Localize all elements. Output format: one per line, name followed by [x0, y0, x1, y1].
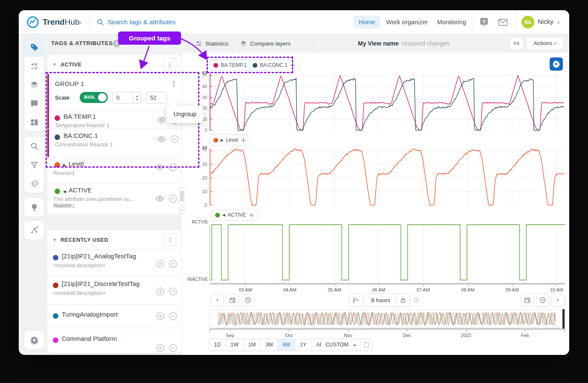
active-section-menu-button[interactable]: ⋮	[164, 58, 176, 71]
legend-chip-active[interactable]: ◀ ACTIVE	[211, 209, 258, 220]
duration-button[interactable]: 8 hours	[365, 294, 396, 306]
sidebar-item-recommendations[interactable]	[24, 198, 44, 217]
context-overview-strip[interactable]	[210, 310, 565, 328]
move-icon[interactable]	[249, 212, 254, 218]
snapshot-icon-button[interactable]	[360, 339, 372, 351]
custom-collapse-chevron-icon[interactable]: ▲	[353, 339, 360, 351]
range-button-1y[interactable]: 1Y	[295, 339, 311, 351]
scale-min-input[interactable]: 0	[112, 92, 133, 103]
visibility-eye-icon[interactable]	[157, 135, 166, 143]
custom-range-button[interactable]: CUSTOM	[321, 339, 353, 351]
sidebar-item-calculations[interactable]	[24, 57, 44, 75]
recent-row-command[interactable]: Command Platform	[47, 328, 182, 353]
recently-used-menu-button[interactable]: ⋮	[164, 233, 176, 246]
sidebar-item-filter[interactable]	[24, 155, 44, 174]
visibility-eye-icon[interactable]	[156, 194, 164, 203]
series-label: BA:TEMP.1	[221, 62, 247, 68]
panel-resize-handle[interactable]	[179, 187, 184, 205]
sidebar-item-fingerprint[interactable]	[24, 174, 44, 193]
sidebar-item-connections[interactable]	[24, 221, 44, 240]
recent-row-discrete[interactable]: [21ip]IP21_DiscreteTestTag <mocked descr…	[47, 277, 182, 304]
legend-chip-conc[interactable]: BA:CONC.1	[249, 60, 300, 71]
add-plus-icon[interactable]	[156, 343, 165, 353]
chart-style-button[interactable]	[349, 294, 363, 307]
recent-row-analog[interactable]: [21ip]IP21_AnalogTestTag <mocked descrip…	[47, 249, 182, 277]
lock-icon[interactable]	[396, 294, 409, 306]
move-icon[interactable]	[290, 63, 296, 68]
scale-stepper[interactable]: ▲▼	[133, 92, 141, 103]
statistics-button[interactable]: Statistics	[195, 37, 228, 49]
remove-minus-icon[interactable]	[168, 312, 178, 321]
remove-minus-icon[interactable]	[168, 259, 178, 269]
actions-button[interactable]: Actions ▾	[527, 37, 563, 50]
add-plus-icon[interactable]	[156, 287, 165, 296]
scale-mode-toggle[interactable]: MAN.	[80, 92, 108, 103]
ungroup-menu-item[interactable]: Ungroup	[167, 106, 203, 123]
sidebar-item-tags[interactable]	[24, 38, 44, 57]
user-menu-chevron-icon[interactable]: ▾	[557, 20, 560, 26]
range-button-3m[interactable]: 3M	[261, 339, 278, 351]
mail-icon[interactable]	[498, 17, 508, 28]
collapse-chevron-icon[interactable]: ▼	[52, 237, 57, 242]
sidebar-item-layers[interactable]	[24, 75, 44, 94]
range-button-6m[interactable]: 6M	[278, 339, 295, 351]
rail-group-recommendations	[24, 197, 44, 217]
pan-right-button[interactable]	[551, 294, 565, 307]
nav-work-organizer[interactable]: Work organizer	[381, 16, 433, 29]
hour-label: 06 AM	[372, 287, 385, 292]
move-icon[interactable]	[241, 137, 246, 143]
context-scrub-handle[interactable]	[562, 309, 565, 329]
sidebar-item-comments[interactable]	[24, 94, 44, 113]
visibility-eye-icon[interactable]	[157, 116, 166, 124]
trend-chart-temp-conc[interactable]	[210, 72, 565, 132]
nav-monitoring[interactable]: Monitoring	[432, 16, 471, 29]
y-tick-label: 0	[192, 203, 207, 208]
add-plus-icon[interactable]	[156, 312, 165, 321]
tag-row-conc[interactable]: BA:CONC.1 Concentration Reactor 1	[49, 130, 182, 156]
trend-chart-level[interactable]	[210, 147, 565, 207]
custom-range-group: CUSTOM ▲	[321, 339, 372, 351]
pan-left-button[interactable]	[210, 294, 224, 307]
remove-minus-icon[interactable]	[170, 134, 179, 144]
live-broadcast-button[interactable]	[510, 37, 523, 50]
start-time-button[interactable]	[241, 294, 254, 307]
app-switcher-chevron-icon[interactable]: ▾	[79, 20, 82, 26]
sidebar-item-dashboards[interactable]	[24, 113, 44, 131]
range-button-1m[interactable]: 1M	[244, 339, 261, 351]
legend-chip-level[interactable]: ▶ Level	[210, 134, 250, 146]
panel-collapse-button[interactable]: ✕	[179, 207, 184, 213]
remove-minus-icon[interactable]	[168, 163, 178, 172]
trendhub-logo-icon	[26, 16, 39, 29]
divider	[313, 36, 314, 51]
help-icon[interactable]: ?	[479, 17, 489, 27]
remove-minus-icon[interactable]	[168, 287, 178, 296]
trend-chart-active[interactable]	[210, 222, 565, 283]
sidebar-item-search[interactable]	[24, 137, 44, 155]
history-button[interactable]	[410, 294, 423, 307]
add-plus-icon[interactable]	[156, 259, 165, 269]
user-avatar[interactable]: NA	[522, 16, 534, 29]
nav-home[interactable]: Home	[354, 16, 380, 29]
search-input[interactable]: Search tags & attributes	[107, 18, 176, 26]
compare-layers-button[interactable]: Compare layers	[240, 37, 291, 49]
group-menu-button[interactable]: ⋮	[168, 78, 179, 89]
remove-minus-icon[interactable]	[168, 194, 178, 203]
shift-arrow-icon: ◀	[222, 213, 225, 217]
shift-arrow-icon: ◀	[63, 189, 66, 194]
tag-icon	[30, 43, 39, 52]
visibility-eye-icon[interactable]	[156, 163, 164, 171]
remove-minus-icon[interactable]	[168, 343, 178, 353]
tag-row-level[interactable]: ▶ Level Reactor1	[47, 157, 182, 183]
user-name[interactable]: Nicky	[538, 18, 553, 25]
end-time-button[interactable]	[536, 294, 549, 307]
start-calendar-button[interactable]	[226, 294, 239, 307]
collapse-chevron-icon[interactable]: ▼	[52, 62, 57, 67]
end-calendar-button[interactable]	[521, 294, 534, 307]
recent-row-turing[interactable]: TuringAnalogImport	[47, 305, 182, 328]
chart-settings-gear-button[interactable]	[550, 57, 563, 71]
scale-max-input[interactable]: 52	[146, 92, 167, 103]
range-button-1w[interactable]: 1W	[226, 339, 244, 351]
sidebar-item-settings[interactable]	[24, 331, 44, 349]
tag-row-active[interactable]: ◀ ACTIVE This attribute uses parameter s…	[47, 183, 182, 214]
range-button-1d[interactable]: 1D	[209, 339, 226, 351]
